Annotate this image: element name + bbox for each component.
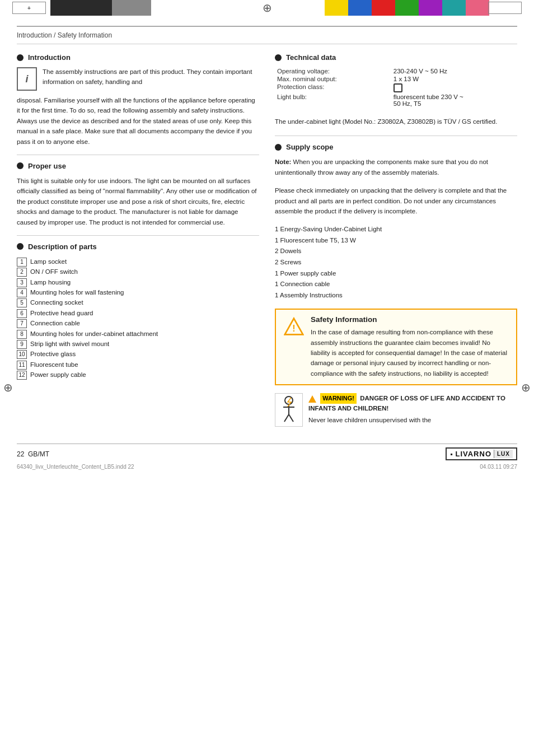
top-border-line	[17, 26, 517, 27]
proper-use-bullet	[17, 162, 24, 169]
tech-label: Protection class:	[275, 83, 391, 93]
list-item: 1 Assembly Instructions	[275, 290, 517, 301]
supply-check-text: Please check immediately on unpacking th…	[275, 185, 517, 216]
description-bullet	[17, 243, 24, 250]
crosshair-center-symbol: ⊕	[263, 2, 272, 14]
list-item: 3Lamp housing	[17, 277, 259, 287]
list-item: 7Connection cable	[17, 318, 259, 328]
svg-line-5	[284, 414, 289, 422]
bar-black	[50, 0, 112, 16]
proper-use-body: This light is suitable only for use indo…	[17, 176, 259, 227]
footer-bar: 22 GB/MT ▪ LIVARNO LUX	[17, 444, 517, 460]
list-item: 1 Energy-Saving Under-Cabinet Light	[275, 224, 517, 235]
technical-data-heading: Technical data	[275, 53, 517, 62]
divider-3	[275, 136, 517, 136]
svg-line-6	[289, 414, 293, 422]
tech-value: 230-240 V ~ 50 Hz	[391, 67, 517, 75]
safety-content: Safety Information In the case of damage…	[311, 315, 508, 379]
supply-scope-title: Supply scope	[286, 143, 334, 151]
proper-use-heading: Proper use	[17, 162, 259, 170]
warning-sub-text: Never leave children unsupervised with t…	[308, 416, 517, 425]
technical-data-bullet	[275, 54, 282, 61]
file-date: 04.03.11 09:27	[480, 464, 517, 470]
bar-grey	[112, 0, 151, 16]
file-info-bar: 64340_livx_Unterleuchte_Content_LB5.indd…	[17, 464, 517, 470]
list-item: 4Mounting holes for wall fastening	[17, 287, 259, 297]
file-name: 64340_livx_Unterleuchte_Content_LB5.indd…	[17, 464, 134, 470]
crosshair-left-symbol: +	[27, 5, 31, 11]
color-blocks	[325, 0, 489, 16]
supply-note: Note: When you are unpacking the compone…	[275, 157, 517, 178]
breadcrumb: Introduction / Safety Information	[17, 29, 517, 44]
description-title: Description of parts	[28, 242, 97, 251]
supply-scope-bullet	[275, 144, 282, 151]
list-item: 8Mounting holes for under-cabinet attach…	[17, 329, 259, 339]
tech-value: fluorescent tube 230 V ~50 Hz, T5	[391, 93, 517, 108]
center-crosshair: ⊕	[263, 1, 272, 15]
safety-body: In the case of damage resulting from non…	[311, 327, 508, 379]
warning-image-svg	[277, 395, 301, 426]
list-item: 6Protective head guard	[17, 308, 259, 318]
color-block-blue	[348, 0, 372, 16]
color-block-yellow	[325, 0, 348, 16]
supply-list: 1 Energy-Saving Under-Cabinet Light 1 Fl…	[275, 224, 517, 301]
parts-list: 1Lamp socket 2ON / OFF switch 3Lamp hous…	[17, 256, 259, 380]
warning-label: WARNING!	[320, 393, 357, 404]
table-row: Operating voltage: 230-240 V ~ 50 Hz	[275, 67, 517, 75]
right-column: Technical data Operating voltage: 230-24…	[275, 53, 517, 427]
tech-value	[391, 83, 517, 93]
list-item: 9Strip light with swivel mount	[17, 339, 259, 349]
list-item: 12Power supply cable	[17, 370, 259, 380]
list-item: 2 Dowels	[275, 246, 517, 257]
list-item: 5Connecting socket	[17, 297, 259, 307]
safety-triangle-icon: !	[284, 315, 304, 338]
tech-label: Operating voltage:	[275, 67, 391, 75]
introduction-heading: Introduction	[17, 53, 259, 62]
warning-text: WARNING! DANGER OF LOSS OF LIFE AND ACCI…	[308, 393, 517, 425]
introduction-title: Introduction	[28, 53, 71, 62]
divider-2	[17, 235, 259, 236]
proper-use-title: Proper use	[28, 162, 66, 170]
warning-section: WARNING! DANGER OF LOSS OF LIFE AND ACCI…	[275, 393, 517, 427]
page-number: 22 GB/MT	[17, 450, 49, 458]
warning-image-area	[275, 393, 303, 427]
left-column: Introduction i The assembly instructions…	[17, 53, 259, 427]
introduction-info-box: i The assembly instructions are part of …	[17, 67, 259, 91]
introduction-bullet	[17, 54, 24, 61]
color-block-teal	[442, 0, 466, 16]
livarno-lux-label: LUX	[494, 450, 513, 458]
color-block-pink	[466, 0, 489, 16]
list-item: 1Lamp socket	[17, 256, 259, 267]
protection-class-icon	[394, 83, 402, 92]
footer-area: 22 GB/MT ▪ LIVARNO LUX 64340_livx_Unterl…	[17, 444, 517, 470]
reg-mark-right	[488, 2, 522, 14]
tech-label: Light bulb:	[275, 93, 391, 108]
description-heading: Description of parts	[17, 242, 259, 251]
reg-mark-left: +	[12, 2, 46, 14]
introduction-body: disposal. Familiarise yourself with all …	[17, 95, 259, 147]
table-row: Light bulb: fluorescent tube 230 V ~50 H…	[275, 93, 517, 108]
list-item: 1 Fluorescent tube T5, 13 W	[275, 235, 517, 246]
list-item: 1 Power supply cable	[275, 268, 517, 279]
list-item: 10Protective glass	[17, 349, 259, 359]
tuv-note: The under-cabinet light (Model No.: Z308…	[275, 116, 517, 127]
info-icon: i	[17, 67, 37, 91]
tech-label: Max. nominal output:	[275, 75, 391, 83]
livarno-logo: ▪ LIVARNO LUX	[446, 447, 517, 460]
list-item: 1 Connection cable	[275, 279, 517, 290]
livarno-h-icon: ▪	[450, 450, 453, 458]
technical-data-title: Technical data	[286, 53, 336, 62]
safety-information-box: ! Safety Information In the case of dama…	[275, 309, 517, 385]
safety-title: Safety Information	[311, 315, 508, 324]
tech-value: 1 x 13 W	[391, 75, 517, 83]
supply-scope-heading: Supply scope	[275, 143, 517, 151]
warning-triangle-icon	[308, 395, 316, 403]
introduction-first-lines: The assembly instructions are part of th…	[43, 67, 259, 87]
main-content: Introduction i The assembly instructions…	[17, 53, 517, 427]
table-row: Max. nominal output: 1 x 13 W	[275, 75, 517, 83]
table-row: Protection class:	[275, 83, 517, 93]
technical-data-table: Operating voltage: 230-240 V ~ 50 Hz Max…	[275, 67, 517, 108]
color-block-green	[395, 0, 419, 16]
color-block-red	[372, 0, 395, 16]
note-label: Note:	[275, 158, 291, 165]
